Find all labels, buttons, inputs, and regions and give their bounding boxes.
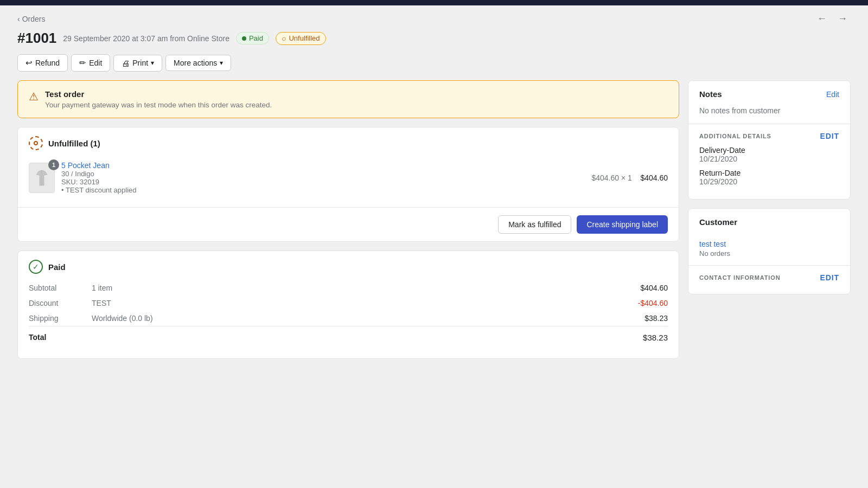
notes-edit-link[interactable]: Edit	[826, 90, 839, 99]
unfulfilled-section-header: Unfulfilled (1)	[29, 136, 668, 150]
product-qty-badge: 1	[48, 159, 59, 170]
unfulfilled-header-section: Unfulfilled (1)	[18, 127, 679, 208]
order-meta: 29 September 2020 at 3:07 am from Online…	[63, 34, 229, 43]
shipping-amount: $38.23	[624, 314, 668, 323]
total-row: Total $38.23	[29, 330, 668, 345]
price-formula: $404.60 × 1	[591, 174, 634, 182]
print-label: Print	[132, 59, 148, 67]
main-content: ⚠ Test order Your payment gateway was in…	[0, 80, 868, 488]
unfulfilled-inner-dot	[34, 141, 38, 145]
paid-status-icon: ✓	[29, 260, 43, 274]
additional-details-edit-link[interactable]: Edit	[820, 132, 839, 140]
subtotal-amount: $404.60	[624, 284, 668, 292]
edit-button[interactable]: ✏ Edit	[71, 54, 110, 72]
discount-label: Discount	[29, 299, 83, 307]
additional-details-section: ADDITIONAL DETAILS Edit Delivery-Date 10…	[688, 124, 850, 199]
mark-fulfilled-button[interactable]: Mark as fulfilled	[498, 215, 571, 234]
no-notes-text: No notes from customer	[699, 106, 780, 115]
print-chevron-icon: ▾	[151, 59, 154, 67]
contact-information-label: CONTACT INFORMATION Edit	[699, 273, 839, 282]
unfulfilled-status-icon	[29, 136, 43, 150]
shipping-row: Shipping Worldwide (0.0 lb) $38.23	[29, 311, 668, 326]
print-icon: 🖨	[122, 59, 130, 68]
paid-badge-dot	[242, 36, 246, 41]
alert-warning-icon: ⚠	[29, 90, 39, 103]
customer-card: Customer test test No orders CONTACT INF…	[688, 208, 851, 294]
customer-name-link[interactable]: test test	[699, 240, 839, 248]
alert-banner: ⚠ Test order Your payment gateway was in…	[17, 80, 679, 118]
right-column: Notes Edit No notes from customer ADDITI…	[688, 80, 851, 488]
product-discount: • TEST discount applied	[61, 186, 553, 194]
more-actions-label: More actions	[174, 59, 217, 67]
notes-card-header: Notes Edit	[688, 81, 850, 104]
shipping-label: Shipping	[29, 314, 83, 323]
unfulfilled-badge: ○ Unfulfilled	[276, 32, 326, 45]
return-date-val: 10/29/2020	[699, 177, 839, 186]
alert-title: Test order	[45, 89, 272, 99]
product-sku: SKU: 32019	[61, 178, 553, 186]
product-variant: 30 / Indigo	[61, 170, 553, 178]
total-label: Total	[29, 333, 83, 342]
return-date-item: Return-Date 10/29/2020	[699, 169, 839, 186]
create-shipping-label-button[interactable]: Create shipping label	[577, 215, 668, 234]
alert-description: Your payment gateway was in test mode wh…	[45, 101, 272, 109]
paid-badge: Paid	[236, 32, 269, 44]
delivery-date-val: 10/21/2020	[699, 155, 839, 163]
discount-desc: TEST	[83, 299, 624, 307]
unfulfilled-badge-icon: ○	[282, 34, 286, 43]
product-name-link[interactable]: 5 Pocket Jean	[61, 161, 553, 170]
breadcrumb-label: Orders	[22, 15, 46, 23]
breadcrumb[interactable]: ‹ Orders	[17, 15, 45, 23]
subtotal-row: Subtotal 1 item $404.60	[29, 280, 668, 296]
order-number: #1001	[17, 30, 56, 47]
product-row: 1 5 Pocket Jean 30 / Indigo SKU: 32019 •…	[29, 152, 668, 198]
unfulfilled-badge-label: Unfulfilled	[289, 34, 320, 42]
discount-amount: -$404.60	[624, 299, 668, 307]
paid-section-header: ✓ Paid	[29, 260, 668, 274]
return-date-key: Return-Date	[699, 169, 839, 177]
chevron-left-icon: ‹	[17, 15, 20, 23]
nav-back-button[interactable]: ←	[814, 12, 830, 25]
notes-title: Notes	[699, 89, 722, 99]
more-actions-button[interactable]: More actions ▾	[165, 55, 231, 71]
discount-row: Discount TEST -$404.60	[29, 296, 668, 311]
notes-card-body: No notes from customer	[688, 104, 850, 124]
price-total: $404.60	[640, 174, 668, 182]
alert-content: Test order Your payment gateway was in t…	[45, 89, 272, 109]
delivery-date-item: Delivery-Date 10/21/2020	[699, 146, 839, 163]
product-image-wrap: 1	[29, 163, 55, 193]
total-amount: $38.23	[624, 333, 668, 342]
additional-details-label: ADDITIONAL DETAILS Edit	[699, 132, 839, 140]
paid-badge-label: Paid	[249, 34, 263, 42]
refund-button[interactable]: ↩ Refund	[17, 54, 68, 72]
customer-orders-text: No orders	[699, 249, 839, 258]
customer-card-header: Customer	[688, 209, 850, 232]
notes-card: Notes Edit No notes from customer ADDITI…	[688, 80, 851, 200]
edit-label: Edit	[89, 59, 102, 67]
contact-section: CONTACT INFORMATION Edit	[688, 266, 850, 294]
fulfillment-action-row: Mark as fulfilled Create shipping label	[18, 208, 679, 241]
toolbar: ↩ Refund ✏ Edit 🖨 Print ▾ More actions ▾	[0, 51, 868, 80]
breadcrumb-bar: ‹ Orders ← →	[0, 5, 868, 28]
top-bar	[0, 0, 868, 5]
unfulfilled-title: Unfulfilled (1)	[48, 139, 100, 148]
shipping-desc: Worldwide (0.0 lb)	[83, 314, 624, 323]
product-details: 5 Pocket Jean 30 / Indigo SKU: 32019 • T…	[61, 161, 553, 194]
print-button[interactable]: 🖨 Print ▾	[113, 55, 162, 72]
subtotal-label: Subtotal	[29, 284, 83, 292]
more-actions-chevron-icon: ▾	[220, 59, 223, 67]
left-column: ⚠ Test order Your payment gateway was in…	[17, 80, 679, 488]
edit-icon: ✏	[79, 58, 86, 68]
nav-forward-button[interactable]: →	[834, 12, 851, 25]
customer-title: Customer	[699, 217, 737, 227]
page-wrapper: ‹ Orders ← → #1001 29 September 2020 at …	[0, 5, 868, 488]
refund-label: Refund	[35, 59, 60, 67]
paid-title: Paid	[48, 262, 66, 272]
paid-card: ✓ Paid Subtotal 1 item $404.60 Discount …	[17, 251, 679, 359]
subtotal-desc: 1 item	[83, 284, 624, 292]
nav-arrows: ← →	[814, 12, 851, 25]
contact-edit-link[interactable]: Edit	[820, 273, 839, 282]
product-pricing: $404.60 × 1 $404.60	[559, 174, 668, 182]
customer-section: test test No orders	[688, 232, 850, 265]
payment-rows: Subtotal 1 item $404.60 Discount TEST -$…	[29, 276, 668, 350]
